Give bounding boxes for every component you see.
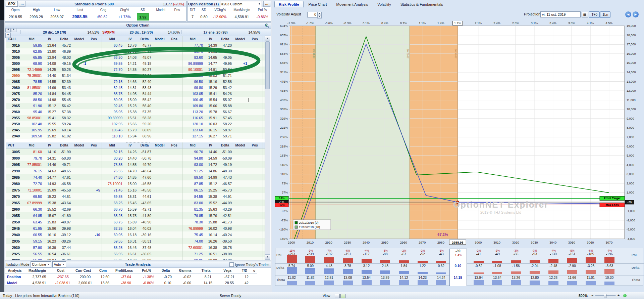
- pos-qty-cell[interactable]: [168, 127, 182, 133]
- model-qty-cell[interactable]: [153, 180, 168, 187]
- model-qty-cell[interactable]: [153, 115, 168, 121]
- pos-qty-cell[interactable]: [249, 109, 263, 115]
- model-qty-cell[interactable]: [233, 168, 249, 174]
- model-qty-cell[interactable]: [153, 97, 168, 103]
- pos-qty-cell[interactable]: [249, 161, 263, 168]
- pos-qty-cell[interactable]: [168, 200, 182, 206]
- strike-cell[interactable]: 2920: [6, 257, 21, 260]
- model-qty-cell[interactable]: [72, 257, 88, 260]
- iv-cell[interactable]: 15.27: [43, 109, 57, 115]
- model-qty-cell[interactable]: [153, 109, 168, 115]
- pos-qty-cell[interactable]: [88, 85, 102, 91]
- mid-cell[interactable]: 81.60: [21, 148, 43, 155]
- iv-cell[interactable]: 15.12: [43, 103, 57, 109]
- delta-cell[interactable]: 49.18: [138, 60, 153, 67]
- tab-movement-analysis[interactable]: Movement Analysis: [332, 1, 373, 7]
- model-qty-cell[interactable]: [72, 161, 88, 168]
- pos-qty-cell[interactable]: [249, 133, 263, 139]
- mid-cell[interactable]: 83.60: [182, 54, 204, 60]
- mid-cell[interactable]: 69.95: [182, 257, 204, 260]
- delta-cell[interactable]: -44.61: [138, 193, 153, 200]
- iv-cell[interactable]: 15.59: [124, 206, 138, 212]
- option-row-2940[interactable]: 294060.5516.10-39.12-1060.9516.18-39.167…: [6, 231, 266, 238]
- pos-qty-cell[interactable]: [88, 67, 102, 73]
- pos-qty-cell[interactable]: [249, 251, 263, 257]
- delta-cell[interactable]: -48.30: [218, 168, 233, 174]
- iv-cell[interactable]: 14.93: [43, 180, 57, 187]
- iv-cell[interactable]: 15.03: [204, 73, 218, 79]
- iv-cell[interactable]: 15.63: [204, 206, 218, 212]
- iv-cell[interactable]: 15.12: [204, 180, 218, 187]
- mid-cell[interactable]: 83.00: [182, 200, 204, 206]
- pos-qty-cell[interactable]: [249, 238, 263, 244]
- model-qty-cell[interactable]: [72, 206, 88, 212]
- model-qty-cell[interactable]: [153, 231, 168, 238]
- iv-cell[interactable]: 16.15: [204, 127, 218, 133]
- mid-cell[interactable]: 79.15: [102, 79, 124, 85]
- delta-cell[interactable]: -36.65: [138, 251, 153, 257]
- iv-cell[interactable]: 15.82: [43, 133, 57, 139]
- pos-qty-cell[interactable]: [168, 174, 182, 180]
- strike-cell[interactable]: 2965: [6, 103, 21, 109]
- pos-qty-cell[interactable]: [168, 187, 182, 193]
- iv-cell[interactable]: 15.16: [204, 79, 218, 85]
- mid-cell[interactable]: 55.30: [21, 257, 43, 260]
- iv-cell[interactable]: 15.67: [43, 212, 57, 219]
- pos-qty-cell[interactable]: [249, 219, 263, 225]
- pos-qty-cell[interactable]: [249, 155, 263, 161]
- model-qty-cell[interactable]: [153, 238, 168, 244]
- delta-cell[interactable]: -41.80: [57, 212, 72, 219]
- pos-qty-cell[interactable]: [249, 212, 263, 219]
- model-qty-cell[interactable]: [72, 251, 88, 257]
- strike-cell[interactable]: 2990: [6, 168, 21, 174]
- ignore-trades-checkbox[interactable]: [229, 262, 234, 267]
- iv-cell[interactable]: 14.66: [124, 79, 138, 85]
- model-qty-cell[interactable]: [72, 212, 88, 219]
- delta-cell[interactable]: 57.45: [218, 115, 233, 121]
- pos-qty-cell[interactable]: [88, 42, 102, 49]
- pos-qty-cell[interactable]: [88, 168, 102, 174]
- mid-cell[interactable]: 59.85: [21, 42, 43, 49]
- mid-cell[interactable]: 75.35001: [21, 73, 43, 79]
- model-qty-cell[interactable]: [233, 206, 249, 212]
- model-qty-cell[interactable]: [233, 244, 249, 251]
- mid-cell[interactable]: 78.30: [182, 219, 204, 225]
- mid-cell[interactable]: 76.15: [21, 168, 43, 174]
- pos-qty-cell[interactable]: [249, 127, 263, 133]
- pos-qty-cell[interactable]: [249, 180, 263, 187]
- model-qty-cell[interactable]: [153, 48, 168, 54]
- magnifier-icon[interactable]: [265, 23, 269, 28]
- mid-cell[interactable]: 59.15: [21, 238, 43, 244]
- delta-cell[interactable]: -43.65: [138, 200, 153, 206]
- model-qty-cell[interactable]: [233, 109, 249, 115]
- model-qty-cell[interactable]: [233, 251, 249, 257]
- model-qty-cell[interactable]: [153, 79, 168, 85]
- mid-cell[interactable]: 102.95: [102, 121, 124, 127]
- pos-qty-cell[interactable]: [88, 244, 102, 251]
- delta-cell[interactable]: -41.80: [138, 212, 153, 219]
- option-row-2960[interactable]: 296066.3015.52-42.6966.7015.59-42.7181.3…: [6, 206, 266, 212]
- mid-cell[interactable]: 75.45: [182, 231, 204, 238]
- iv-cell[interactable]: 14.84: [43, 91, 57, 97]
- delta-cell[interactable]: -40.02: [138, 225, 153, 231]
- pos-qty-cell[interactable]: [88, 251, 102, 257]
- model-qty-cell[interactable]: [233, 161, 249, 168]
- pos-qty-cell[interactable]: [249, 225, 263, 231]
- strike-cell[interactable]: 2970: [6, 97, 21, 103]
- delta-cell[interactable]: 55.45: [57, 97, 72, 103]
- iv-cell[interactable]: 14.40: [124, 155, 138, 161]
- delta-cell[interactable]: -49.70: [138, 161, 153, 168]
- iv-cell[interactable]: 15.52: [204, 200, 218, 206]
- mid-cell[interactable]: 80.70: [182, 48, 204, 54]
- mid-cell[interactable]: 73.10001: [102, 180, 124, 187]
- model-qty-cell[interactable]: [72, 180, 88, 187]
- iv-cell[interactable]: 14.46: [204, 148, 218, 155]
- iv-cell[interactable]: 16.38: [204, 244, 218, 251]
- option-row-2930[interactable]: 293057.9016.39-37.4458.2516.46-37.4872.6…: [6, 244, 266, 251]
- model-qty-cell[interactable]: [233, 231, 249, 238]
- position-selector[interactable]: #203 Custom ▼: [220, 1, 262, 7]
- delta-cell[interactable]: -44.09: [218, 200, 233, 206]
- symbol-input[interactable]: SPX: [6, 1, 18, 7]
- mid-cell[interactable]: 116.65: [182, 115, 204, 121]
- pos-qty-cell[interactable]: [168, 231, 182, 238]
